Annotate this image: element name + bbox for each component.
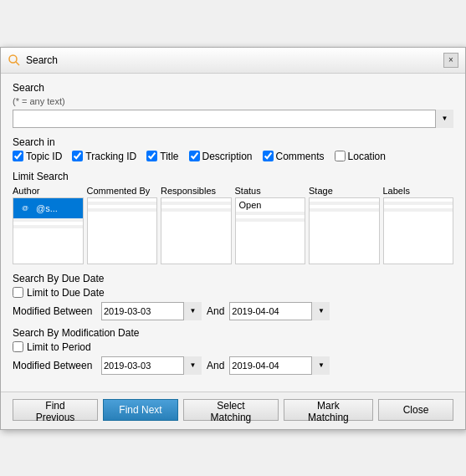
limit-search-label: Limit Search (13, 171, 453, 182)
stage-item-3[interactable] (310, 208, 379, 212)
responsibles-column: Responsibles (161, 186, 232, 264)
modification-date-from-wrap: 2019-03-03 ▼ (101, 356, 202, 375)
checkbox-tracking-id[interactable]: Tracking ID (72, 151, 136, 162)
checkbox-comments-input[interactable] (263, 151, 274, 161)
title-bar: Search × (1, 48, 465, 74)
modification-date-to-select[interactable]: 2019-04-04 (229, 356, 330, 375)
author-item-3[interactable] (13, 225, 83, 228)
modification-date-to-wrap: 2019-04-04 ▼ (229, 356, 330, 375)
search-dialog: Search × Search (* = any text) ▼ Search … (0, 47, 466, 430)
due-date-between-label: Modified Between (13, 305, 96, 317)
due-date-section: Search By Due Date Limit to Due Date Mod… (13, 273, 453, 320)
search-label: Search (13, 82, 453, 94)
stage-header: Stage (309, 186, 380, 196)
author-item-0[interactable]: @ @s... (13, 198, 83, 218)
checkbox-comments-label: Comments (276, 151, 325, 162)
checkbox-topic-id-input[interactable] (13, 151, 23, 161)
due-date-and-label: And (207, 305, 224, 317)
search-in-row: Topic ID Tracking ID Title Description C… (13, 151, 453, 162)
author-column: Author @ @s... (13, 186, 84, 264)
responsibles-list[interactable] (161, 197, 232, 264)
stage-list[interactable] (309, 197, 380, 264)
checkbox-location-label: Location (348, 151, 386, 162)
author-item-label-0: @s... (36, 203, 58, 213)
modification-date-row: Modified Between 2019-03-03 ▼ And 2019-0… (13, 356, 453, 375)
close-button[interactable]: Close (378, 399, 453, 421)
limit-period-checkbox[interactable] (13, 341, 23, 352)
checkbox-comments[interactable]: Comments (263, 151, 325, 162)
stage-column: Stage (309, 186, 380, 264)
mark-matching-button[interactable]: Mark Matching (284, 399, 373, 421)
close-icon-button[interactable]: × (443, 53, 458, 68)
due-date-from-select[interactable]: 2019-03-03 (101, 302, 202, 320)
checkbox-title-label: Title (160, 151, 178, 162)
checkbox-location-input[interactable] (335, 151, 346, 161)
checkbox-description-input[interactable] (189, 151, 200, 161)
checkbox-tracking-id-label: Tracking ID (85, 151, 136, 162)
checkbox-title[interactable]: Title (146, 151, 178, 162)
commented-by-column: Commented By (87, 186, 158, 264)
limit-due-date-label: Limit to Due Date (27, 287, 105, 299)
responsibles-header: Responsibles (161, 186, 232, 196)
search-input-wrap: ▼ (13, 110, 453, 128)
limit-search-section: Limit Search Author @ @s... (13, 171, 453, 264)
modification-date-from-select[interactable]: 2019-03-03 (101, 356, 202, 375)
due-date-label: Search By Due Date (13, 273, 453, 284)
svg-line-1 (16, 62, 19, 65)
due-date-from-wrap: 2019-03-03 ▼ (101, 302, 202, 320)
status-header: Status (235, 186, 306, 196)
search-in-label: Search in (13, 136, 453, 148)
checkbox-title-input[interactable] (146, 151, 157, 161)
status-item-3[interactable] (236, 218, 305, 222)
author-avatar: @ (17, 200, 33, 217)
checkbox-topic-id-label: Topic ID (26, 151, 62, 162)
limit-due-date-checkbox-wrap: Limit to Due Date (13, 287, 453, 299)
modification-and-label: And (207, 360, 224, 371)
select-matching-button[interactable]: Select Matching (183, 399, 279, 421)
responsibles-item-3[interactable] (161, 208, 231, 212)
due-date-row: Modified Between 2019-03-03 ▼ And 2019-0… (13, 302, 453, 320)
author-list[interactable]: @ @s... (13, 197, 84, 264)
title-bar-left: Search (8, 54, 58, 67)
search-icon (8, 54, 21, 67)
search-hint: (* = any text) (13, 96, 453, 106)
due-date-to-select[interactable]: 2019-04-04 (229, 302, 330, 320)
checkbox-description[interactable]: Description (189, 151, 253, 162)
status-list[interactable]: Open (235, 197, 306, 264)
bottom-buttons: Find Previous Find Next Select Matching … (1, 392, 465, 429)
due-date-to-wrap: 2019-04-04 ▼ (229, 302, 330, 320)
modification-label: Search By Modification Date (13, 327, 453, 339)
status-item-0[interactable]: Open (236, 198, 305, 212)
search-input[interactable] (13, 110, 453, 128)
status-column: Status Open (235, 186, 306, 264)
checkbox-tracking-id-input[interactable] (72, 151, 83, 161)
checkbox-topic-id[interactable]: Topic ID (13, 151, 62, 162)
find-previous-button[interactable]: Find Previous (13, 399, 98, 421)
commented-by-item-3[interactable] (88, 208, 157, 212)
search-dropdown-arrow[interactable]: ▼ (435, 110, 453, 128)
labels-column: Labels (383, 186, 454, 264)
limit-period-label: Limit to Period (27, 341, 91, 353)
checkbox-location[interactable]: Location (335, 151, 386, 162)
author-header: Author (13, 186, 84, 196)
limit-period-checkbox-wrap: Limit to Period (13, 341, 453, 353)
find-next-button[interactable]: Find Next (103, 399, 178, 421)
commented-by-list[interactable] (87, 197, 158, 264)
labels-list[interactable] (383, 197, 454, 264)
svg-point-0 (9, 55, 17, 63)
labels-item-3[interactable] (384, 208, 453, 212)
commented-by-header: Commented By (87, 186, 158, 196)
labels-header: Labels (383, 186, 454, 196)
checkbox-description-label: Description (202, 151, 253, 162)
dialog-title: Search (26, 54, 58, 66)
limit-columns: Author @ @s... Commented By (13, 186, 453, 264)
modification-between-label: Modified Between (13, 360, 96, 371)
modification-section: Search By Modification Date Limit to Per… (13, 327, 453, 375)
dialog-body: Search (* = any text) ▼ Search in Topic … (1, 74, 465, 392)
limit-due-date-checkbox[interactable] (13, 287, 23, 298)
